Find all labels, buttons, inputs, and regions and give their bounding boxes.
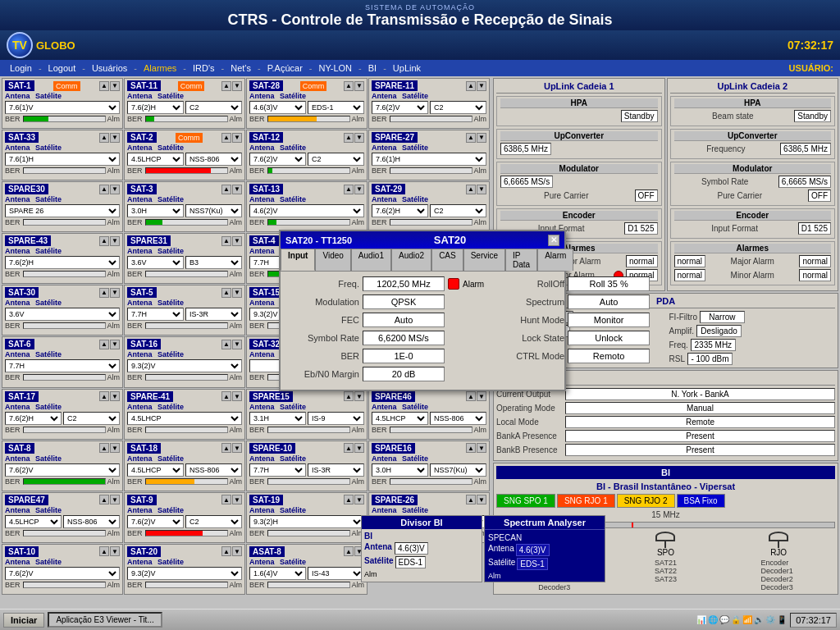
sat-arrow-up[interactable]: ▲ <box>221 133 231 143</box>
antena-select[interactable]: 9.3(2)V <box>127 567 242 580</box>
antena-select[interactable]: 7.6(2)V <box>127 515 184 528</box>
sat-arrow-down[interactable]: ▼ <box>232 495 242 504</box>
sat-arrow-down[interactable]: ▼ <box>354 81 364 91</box>
antena-select[interactable]: 7.6(2)H <box>127 101 184 114</box>
sat-arrow-down[interactable]: ▼ <box>110 236 120 246</box>
sat-arrow-up[interactable]: ▲ <box>99 391 109 401</box>
menu-alarmes[interactable]: Alarmes <box>140 62 180 74</box>
menu-ird[interactable]: IRD's <box>189 62 218 74</box>
tab-video[interactable]: Video <box>315 249 350 271</box>
sat-arrow-up[interactable]: ▲ <box>99 185 109 194</box>
menu-nylon[interactable]: NY-LON <box>316 62 356 74</box>
menu-login[interactable]: Login <box>7 62 35 74</box>
satelite-select[interactable]: B3 <box>185 256 242 269</box>
sat-arrow-down[interactable]: ▼ <box>110 443 120 453</box>
antena-select[interactable]: 4.6(3)V <box>249 101 306 114</box>
sat-arrow-up[interactable]: ▲ <box>466 391 476 401</box>
sat-arrow-up[interactable]: ▲ <box>221 81 231 91</box>
taskbar-app-item[interactable]: Aplicação E3 Viewer - Tit... <box>48 612 162 628</box>
antena-select[interactable]: 7.6(2)H <box>5 256 120 269</box>
menu-pacucar[interactable]: P.Açúcar <box>264 62 306 74</box>
sat-arrow-down[interactable]: ▼ <box>354 443 364 453</box>
antena-select[interactable]: 7.6(2)H <box>5 412 62 425</box>
satelite-select[interactable]: NSS-806 <box>430 412 486 425</box>
satelite-select[interactable]: IS-9 <box>308 412 364 425</box>
antena-select[interactable]: 7.7H <box>249 463 306 477</box>
sat-arrow-up[interactable]: ▲ <box>99 443 109 453</box>
sat-arrow-down[interactable]: ▼ <box>477 133 486 143</box>
antena-select[interactable]: 7.6(2)H <box>372 204 428 217</box>
satelite-select[interactable]: NSS-806 <box>185 463 242 477</box>
antena-select[interactable]: 9.3(2)V <box>127 359 242 372</box>
bi-tab-bsafixo[interactable]: BSA Fixo <box>677 494 725 508</box>
satelite-select[interactable]: C2 <box>430 101 486 114</box>
sat-arrow-up[interactable]: ▲ <box>466 81 476 91</box>
sat-arrow-up[interactable]: ▲ <box>221 546 231 556</box>
sat-arrow-up[interactable]: ▲ <box>344 495 354 504</box>
menu-logout[interactable]: Logout <box>45 62 80 74</box>
sat-arrow-down[interactable]: ▼ <box>232 340 242 349</box>
sat-arrow-up[interactable]: ▲ <box>221 288 231 298</box>
sat-arrow-up[interactable]: ▲ <box>99 133 109 143</box>
antena-select[interactable]: 4.6(2)V <box>249 204 364 217</box>
bi-tab-sngspo[interactable]: SNG SPO 1 <box>496 494 555 508</box>
sat-arrow-down[interactable]: ▼ <box>110 495 120 504</box>
sat-arrow-down[interactable]: ▼ <box>110 391 120 401</box>
antena-select[interactable]: SPARE 26 <box>5 204 120 217</box>
sat-arrow-down[interactable]: ▼ <box>354 133 364 143</box>
sat-arrow-down[interactable]: ▼ <box>477 443 486 453</box>
satelite-select[interactable]: C2 <box>430 204 486 217</box>
antena-select[interactable]: 4.5LHCP <box>127 463 184 477</box>
antena-select[interactable]: 7.7H <box>5 359 120 372</box>
dialog-close-button[interactable]: ✕ <box>548 235 559 246</box>
antena-select[interactable]: 4.5LHCP <box>127 412 242 425</box>
sat-arrow-down[interactable]: ▼ <box>232 288 242 298</box>
antena-select[interactable]: 7.6(1)V <box>5 101 120 114</box>
sat-arrow-up[interactable]: ▲ <box>221 443 231 453</box>
sat-arrow-up[interactable]: ▲ <box>221 495 231 504</box>
sat-arrow-up[interactable]: ▲ <box>99 495 109 504</box>
antena-select[interactable]: 7.6(2)V <box>372 101 428 114</box>
antena-select[interactable]: 3.1H <box>249 412 306 425</box>
sat-arrow-down[interactable]: ▼ <box>110 340 120 349</box>
bi-tab-sngrjo2[interactable]: SNG RJO 2 <box>617 494 675 508</box>
sat-arrow-down[interactable]: ▼ <box>354 495 364 504</box>
sat-arrow-down[interactable]: ▼ <box>110 546 120 556</box>
satelite-select[interactable]: NSS7(Ku) <box>430 463 486 477</box>
antena-select[interactable]: 9.3(2)H <box>249 515 364 528</box>
satelite-select[interactable]: EDS-1 <box>308 101 364 114</box>
satelite-select[interactable]: C2 <box>63 412 120 425</box>
antena-select[interactable]: 3.6V <box>127 256 184 269</box>
sat-arrow-up[interactable]: ▲ <box>344 185 354 194</box>
sat-arrow-up[interactable]: ▲ <box>221 185 231 194</box>
satelite-select[interactable]: C2 <box>308 153 364 166</box>
sat-arrow-up[interactable]: ▲ <box>221 236 231 246</box>
satelite-select[interactable]: C2 <box>185 515 242 528</box>
antena-select[interactable]: 1.6(4)V <box>249 567 306 580</box>
sat-arrow-down[interactable]: ▼ <box>232 391 242 401</box>
sat-arrow-up[interactable]: ▲ <box>99 236 109 246</box>
sat-arrow-down[interactable]: ▼ <box>477 81 486 91</box>
sat-arrow-up[interactable]: ▲ <box>99 546 109 556</box>
satelite-select[interactable]: NSS-806 <box>185 153 242 166</box>
antena-select[interactable]: 3.0H <box>372 463 428 477</box>
sat-arrow-down[interactable]: ▼ <box>232 546 242 556</box>
bi-tab-sngrjo1[interactable]: SNG RJO 1 <box>557 494 615 508</box>
sat-arrow-down[interactable]: ▼ <box>232 133 242 143</box>
satelite-select[interactable]: NSS-806 <box>63 515 120 528</box>
menu-uplink[interactable]: UpLink <box>390 62 424 74</box>
tab-audio1[interactable]: Audio1 <box>351 249 391 271</box>
antena-select[interactable]: 7.6(1)H <box>372 153 486 166</box>
sat-arrow-up[interactable]: ▲ <box>466 495 476 504</box>
satelite-select[interactable]: C2 <box>185 101 242 114</box>
sat-arrow-down[interactable]: ▼ <box>232 185 242 194</box>
antena-select[interactable]: 4.5LHCP <box>127 153 184 166</box>
sat-arrow-up[interactable]: ▲ <box>344 133 354 143</box>
sat-arrow-up[interactable]: ▲ <box>221 340 231 349</box>
sat-arrow-down[interactable]: ▼ <box>477 495 486 504</box>
sat-arrow-down[interactable]: ▼ <box>232 443 242 453</box>
sat-arrow-down[interactable]: ▼ <box>477 391 486 401</box>
menu-nets[interactable]: Net's <box>227 62 254 74</box>
sat-arrow-down[interactable]: ▼ <box>110 185 120 194</box>
tab-audio2[interactable]: Audio2 <box>391 249 431 271</box>
